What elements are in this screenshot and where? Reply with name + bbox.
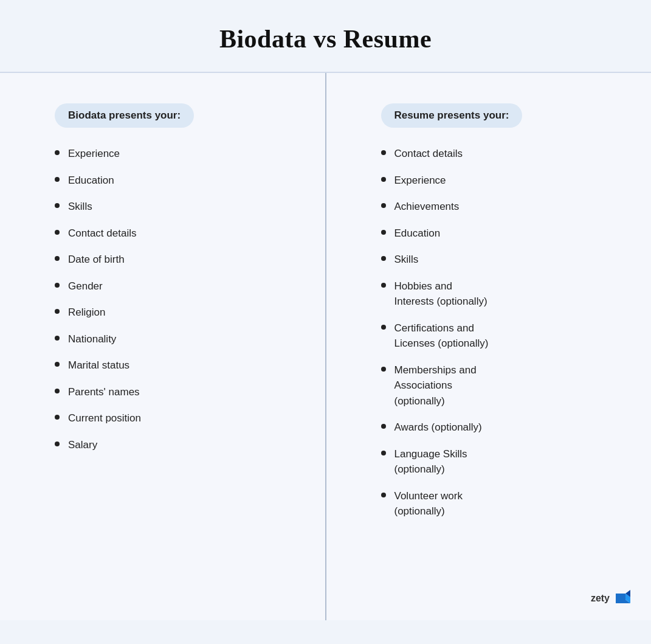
item-text: Marital status <box>68 358 295 373</box>
list-item: Date of birth <box>55 252 295 268</box>
item-text: Hobbies andInterests (optionally) <box>394 279 621 310</box>
bullet-icon <box>55 336 60 341</box>
item-text: Skills <box>394 252 621 268</box>
item-text: Experience <box>394 173 621 189</box>
bullet-icon <box>381 203 386 208</box>
bullet-icon <box>55 256 60 261</box>
list-item: Parents' names <box>55 384 295 400</box>
list-item: Skills <box>381 252 621 268</box>
list-item: Contact details <box>55 226 295 241</box>
list-item: Achievements <box>381 199 621 215</box>
list-item: Volunteer work(optionally) <box>381 488 621 519</box>
item-text: Volunteer work(optionally) <box>394 488 621 519</box>
resume-list: Contact detailsExperienceAchievementsEdu… <box>381 146 621 519</box>
list-item: Contact details <box>381 146 621 162</box>
item-text: Experience <box>68 146 295 162</box>
bullet-icon <box>55 230 60 235</box>
bullet-icon <box>381 150 386 155</box>
right-panel: Resume presents your: Contact detailsExp… <box>326 73 652 620</box>
item-text: Nationality <box>68 331 295 347</box>
list-item: Gender <box>55 279 295 294</box>
bullet-icon <box>55 177 60 182</box>
left-panel: Biodata presents your: ExperienceEducati… <box>0 73 326 620</box>
biodata-list: ExperienceEducationSkillsContact details… <box>55 146 295 452</box>
resume-label: Resume presents your: <box>381 103 523 128</box>
item-text: Current position <box>68 410 295 426</box>
bullet-icon <box>381 283 386 288</box>
list-item: Religion <box>55 305 295 320</box>
list-item: Nationality <box>55 331 295 347</box>
item-text: Skills <box>68 199 295 215</box>
main-content: Biodata presents your: ExperienceEducati… <box>0 73 651 620</box>
bullet-icon <box>55 415 60 420</box>
item-text: Language Skills(optionally) <box>394 446 621 477</box>
bullet-icon <box>55 283 60 288</box>
item-text: Contact details <box>68 226 295 241</box>
list-item: Salary <box>55 437 295 453</box>
zety-text: zety <box>591 593 610 604</box>
bullet-icon <box>381 451 386 455</box>
item-text: Achievements <box>394 199 621 215</box>
bullet-icon <box>55 362 60 367</box>
list-item: Language Skills(optionally) <box>381 446 621 477</box>
biodata-label: Biodata presents your: <box>55 103 194 128</box>
bullet-icon <box>381 493 386 497</box>
list-item: Memberships andAssociations(optionally) <box>381 362 621 409</box>
bullet-icon <box>55 150 60 155</box>
zety-logo: zety <box>591 589 633 608</box>
bullet-icon <box>55 203 60 208</box>
list-item: Hobbies andInterests (optionally) <box>381 279 621 310</box>
bullet-icon <box>55 389 60 393</box>
item-text: Parents' names <box>68 384 295 400</box>
zety-icon <box>613 589 633 608</box>
item-text: Certifications andLicenses (optionally) <box>394 320 621 351</box>
bullet-icon <box>381 230 386 235</box>
list-item: Education <box>55 173 295 189</box>
item-text: Date of birth <box>68 252 295 268</box>
list-item: Skills <box>55 199 295 215</box>
list-item: Current position <box>55 410 295 426</box>
bullet-icon <box>55 441 60 446</box>
item-text: Contact details <box>394 146 621 162</box>
list-item: Certifications andLicenses (optionally) <box>381 320 621 351</box>
bullet-icon <box>381 325 386 330</box>
bullet-icon <box>381 177 386 182</box>
page-header: Biodata vs Resume <box>0 0 651 73</box>
bullet-icon <box>381 367 386 372</box>
list-item: Experience <box>55 146 295 162</box>
item-text: Religion <box>68 305 295 320</box>
item-text: Education <box>68 173 295 189</box>
item-text: Gender <box>68 279 295 294</box>
list-item: Education <box>381 226 621 241</box>
list-item: Experience <box>381 173 621 189</box>
bullet-icon <box>381 256 386 261</box>
list-item: Marital status <box>55 358 295 373</box>
item-text: Salary <box>68 437 295 453</box>
item-text: Education <box>394 226 621 241</box>
item-text: Awards (optionally) <box>394 420 621 435</box>
list-item: Awards (optionally) <box>381 420 621 435</box>
bullet-icon <box>55 309 60 314</box>
item-text: Memberships andAssociations(optionally) <box>394 362 621 409</box>
bullet-icon <box>381 424 386 429</box>
page-title: Biodata vs Resume <box>0 24 651 54</box>
